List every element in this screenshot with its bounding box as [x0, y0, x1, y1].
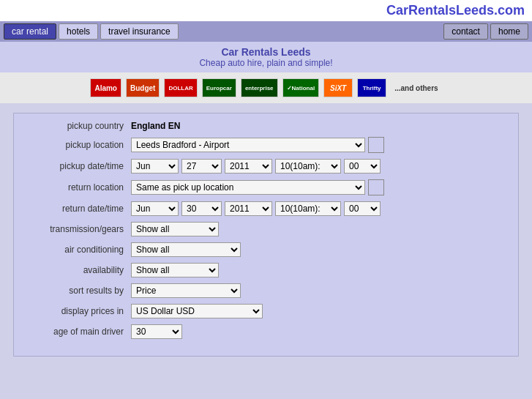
- pickup-time-select[interactable]: 08(8am):09(9am):10(10am):11(11am):12(12p…: [275, 159, 341, 174]
- return-datetime-control: JanFebMarAprMayJunJulAugSepOctNovDec 282…: [131, 201, 503, 216]
- transmission-row: transmission/gears Show all Automatic Ma…: [29, 222, 503, 236]
- nav-left: car rental hotels travel insurance: [4, 23, 441, 40]
- pickup-country-control: England EN: [131, 121, 503, 131]
- return-location-label: return location: [29, 182, 131, 193]
- logo-national: ✓National: [282, 78, 320, 97]
- return-day-select[interactable]: 28293031: [181, 201, 222, 216]
- age-select[interactable]: 2526272829303132: [131, 324, 182, 339]
- availability-control: Show all Available only: [131, 263, 503, 277]
- price-row: display prices in US Dollar USD GB Pound…: [29, 304, 503, 318]
- nav-car-rental[interactable]: car rental: [4, 23, 56, 40]
- pickup-country-label: pickup country: [29, 121, 131, 131]
- age-label: age of main driver: [29, 327, 131, 337]
- site-title: CarRentalsLeeds.com: [0, 0, 532, 21]
- pickup-location-label: pickup location: [29, 140, 131, 150]
- nav-contact[interactable]: contact: [443, 23, 488, 40]
- return-location-select[interactable]: Same as pick up location Leeds Bradford …: [131, 180, 365, 195]
- site-title-text: CarRentalsLeeds.com: [386, 3, 525, 18]
- header-section: Car Rentals Leeds Cheap auto hire, plain…: [0, 42, 532, 72]
- logo-budget: Budget: [126, 78, 160, 97]
- price-label: display prices in: [29, 306, 131, 316]
- transmission-select[interactable]: Show all Automatic Manual: [131, 222, 219, 236]
- nav-hotels[interactable]: hotels: [59, 23, 98, 40]
- logos-section: Alamo Budget DOLLAR Europcar enterprise …: [0, 72, 532, 103]
- transmission-label: transmission/gears: [29, 224, 131, 234]
- price-select[interactable]: US Dollar USD GB Pound GBP Euro EUR: [131, 304, 263, 318]
- logo-others: ...and others: [391, 78, 441, 97]
- return-time-select[interactable]: 08(8am):09(9am):10(10am):11(11am):12(12p…: [275, 201, 341, 216]
- availability-select[interactable]: Show all Available only: [131, 263, 219, 277]
- logo-alamo: Alamo: [90, 78, 121, 97]
- availability-label: availability: [29, 265, 131, 275]
- pickup-datetime-label: pickup date/time: [29, 161, 131, 171]
- return-location-row: return location Same as pick up location…: [29, 179, 503, 195]
- sort-label: sort results by: [29, 286, 131, 296]
- return-month-select[interactable]: JanFebMarAprMayJunJulAugSepOctNovDec: [131, 201, 179, 216]
- pickup-country-row: pickup country England EN: [29, 121, 503, 131]
- return-location-control: Same as pick up location Leeds Bradford …: [131, 179, 503, 195]
- sort-row: sort results by Price Car type Supplier: [29, 283, 503, 298]
- return-datetime-label: return date/time: [29, 204, 131, 214]
- logo-sixt: SiXT: [323, 78, 353, 97]
- pickup-location-map-button[interactable]: [368, 137, 384, 153]
- pickup-min-select[interactable]: 00153045: [344, 159, 381, 174]
- nav-travel-insurance[interactable]: travel insurance: [100, 23, 179, 40]
- pickup-datetime-row: pickup date/time JanFebMarAprMayJunJulAu…: [29, 159, 503, 174]
- ac-row: air conditioning Show all With AC Withou…: [29, 242, 503, 257]
- logo-dollar: DOLLAR: [164, 78, 197, 97]
- age-control: 2526272829303132: [131, 324, 503, 339]
- pickup-location-control: Leeds Bradford - Airport Leeds City Cent…: [131, 137, 503, 153]
- pickup-year-select[interactable]: 20112012: [225, 159, 272, 174]
- pickup-day-select[interactable]: 25262728293031: [181, 159, 222, 174]
- nav-right: contact home: [443, 23, 528, 40]
- ac-control: Show all With AC Without AC: [131, 242, 503, 257]
- search-form: pickup country England EN pickup locatio…: [13, 113, 519, 357]
- nav-bar: car rental hotels travel insurance conta…: [0, 21, 532, 42]
- pickup-month-select[interactable]: JanFebMarAprMayJunJulAugSepOctNovDec: [131, 159, 179, 174]
- price-control: US Dollar USD GB Pound GBP Euro EUR: [131, 304, 503, 318]
- pickup-country-value: England EN: [131, 121, 180, 131]
- transmission-control: Show all Automatic Manual: [131, 222, 503, 236]
- pickup-location-row: pickup location Leeds Bradford - Airport…: [29, 137, 503, 153]
- pickup-datetime-control: JanFebMarAprMayJunJulAugSepOctNovDec 252…: [131, 159, 503, 174]
- return-datetime-row: return date/time JanFebMarAprMayJunJulAu…: [29, 201, 503, 216]
- ac-select[interactable]: Show all With AC Without AC: [131, 242, 241, 257]
- availability-row: availability Show all Available only: [29, 263, 503, 277]
- logo-enterprise: enterprise: [241, 78, 278, 97]
- header-subtitle: Cheap auto hire, plain and simple!: [0, 58, 532, 68]
- return-location-map-button[interactable]: [368, 179, 384, 195]
- nav-home[interactable]: home: [490, 23, 528, 40]
- return-min-select[interactable]: 00153045: [344, 201, 381, 216]
- logo-thrifty: Thrifty: [357, 78, 386, 97]
- logo-europcar: Europcar: [202, 78, 236, 97]
- return-year-select[interactable]: 20112012: [225, 201, 272, 216]
- ac-label: air conditioning: [29, 245, 131, 255]
- header-title: Car Rentals Leeds: [0, 46, 532, 58]
- sort-control: Price Car type Supplier: [131, 283, 503, 298]
- sort-select[interactable]: Price Car type Supplier: [131, 283, 241, 298]
- age-row: age of main driver 2526272829303132: [29, 324, 503, 339]
- pickup-location-select[interactable]: Leeds Bradford - Airport Leeds City Cent…: [131, 138, 365, 152]
